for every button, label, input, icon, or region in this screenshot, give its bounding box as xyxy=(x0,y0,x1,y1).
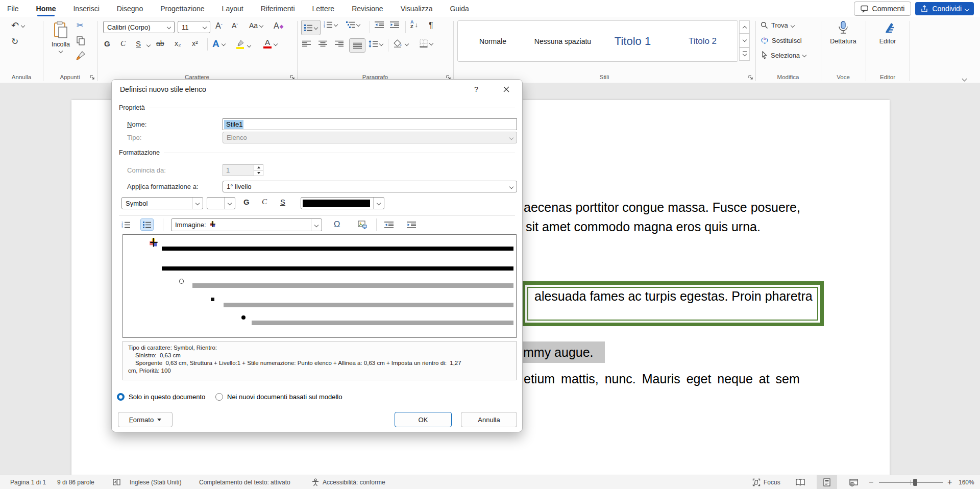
style-normale[interactable]: Normale xyxy=(458,37,528,45)
undo-chevron-icon[interactable] xyxy=(21,23,25,28)
zoom-slider-thumb[interactable] xyxy=(913,479,917,486)
share-chevron-icon[interactable] xyxy=(965,6,970,11)
tab-file[interactable]: File xyxy=(7,5,19,13)
web-layout-button[interactable] xyxy=(843,475,864,489)
shading-button[interactable] xyxy=(393,39,408,48)
line-spacing-button[interactable] xyxy=(369,40,383,47)
styles-scroll-up-button[interactable] xyxy=(739,20,750,34)
select-button[interactable]: Seleziona xyxy=(761,51,806,59)
replace-button[interactable]: bc Sostituisci xyxy=(761,36,802,44)
styles-more-button[interactable] xyxy=(739,47,750,61)
clear-formatting-button[interactable]: A◆ xyxy=(274,21,283,31)
sort-button[interactable]: AZ ↓ xyxy=(410,20,418,29)
shrink-font-button[interactable]: Aˇ xyxy=(232,21,238,30)
decrease-indent-button[interactable] xyxy=(375,21,384,28)
page-indicator[interactable]: Pagina 1 di 1 xyxy=(10,475,46,489)
dialog-underline-button[interactable]: S xyxy=(280,198,285,206)
font-color-button[interactable]: A xyxy=(263,38,277,48)
align-center-button[interactable] xyxy=(318,40,327,47)
copy-button[interactable] xyxy=(77,36,85,45)
font-name-combo[interactable]: Calibri (Corpo) xyxy=(103,21,175,33)
read-mode-button[interactable] xyxy=(790,475,811,489)
stili-dialog-launcher[interactable] xyxy=(748,75,753,80)
share-button[interactable]: Condividi xyxy=(915,2,974,15)
dialog-bold-button[interactable]: G xyxy=(243,198,250,206)
undo-button[interactable]: ↶ xyxy=(11,21,19,30)
grow-font-button[interactable]: Aˆ xyxy=(215,21,223,31)
document-text-line-2[interactable]: sit amet commodo magna eros quis urna. xyxy=(526,219,761,234)
style-titolo-2[interactable]: Titolo 2 xyxy=(668,36,738,46)
cancel-button[interactable]: Annulla xyxy=(461,412,517,427)
editor-button[interactable]: Editor xyxy=(875,21,900,45)
document-text-line-1[interactable]: aecenas porttitor congue massa. Fusce po… xyxy=(524,200,800,215)
picture-insert-button[interactable] xyxy=(356,218,369,231)
tab-revisione[interactable]: Revisione xyxy=(352,5,383,13)
dialog-close-button[interactable] xyxy=(501,84,512,95)
comments-button[interactable]: Commenti xyxy=(854,2,912,16)
new-documents-radio[interactable]: Nei nuovi documenti basati sul modello xyxy=(215,393,342,401)
justify-button[interactable] xyxy=(349,38,365,53)
bullet-font-combo[interactable]: Symbol xyxy=(121,197,203,209)
font-size-combo[interactable]: 11 xyxy=(178,21,210,33)
bullet-size-combo[interactable] xyxy=(207,197,235,209)
paste-chevron-icon[interactable] xyxy=(59,49,63,53)
strikethrough-button[interactable]: ab xyxy=(156,39,164,47)
tab-riferimenti[interactable]: Riferimenti xyxy=(261,5,295,13)
zoom-level[interactable]: 160% xyxy=(959,475,974,489)
style-titolo-1[interactable]: Titolo 1 xyxy=(598,35,668,48)
collapse-ribbon-chevron-icon[interactable] xyxy=(962,77,967,82)
italic-button[interactable]: C xyxy=(120,39,126,48)
align-left-button[interactable] xyxy=(302,40,311,47)
shaded-text[interactable]: mmy augue. xyxy=(522,345,594,360)
underline-button[interactable]: S xyxy=(136,39,141,48)
language-indicator[interactable]: Inglese (Stati Uniti) xyxy=(130,475,181,489)
accessibility-status[interactable]: Accessibilità: conforme xyxy=(323,475,385,489)
text-effects-button[interactable]: A xyxy=(212,38,225,50)
pilcrow-button[interactable]: ¶ xyxy=(429,21,433,30)
bullet-color-combo[interactable] xyxy=(301,197,384,209)
highlight-button[interactable] xyxy=(236,39,251,50)
numbering-button[interactable]: 123 xyxy=(324,21,337,28)
cut-button[interactable]: ✂ xyxy=(77,21,83,30)
apply-formatting-combo[interactable]: 1° livello xyxy=(223,181,517,192)
appunti-dialog-launcher[interactable] xyxy=(89,75,95,80)
dialog-help-button[interactable]: ? xyxy=(472,85,480,93)
spinner-down-button[interactable] xyxy=(254,170,263,176)
paste-button[interactable]: Incolla xyxy=(48,21,74,53)
dialog-bullets-button[interactable] xyxy=(140,218,154,231)
find-button[interactable]: Trova xyxy=(761,21,794,29)
document-text-line-3[interactable]: etium mattis, nunc. Mauris eget neque at… xyxy=(524,372,800,386)
subscript-button[interactable]: x₂ xyxy=(175,39,181,47)
green-box-text[interactable]: alesuada fames ac turpis egestas. Proin … xyxy=(534,289,813,304)
tab-lettere[interactable]: Lettere xyxy=(312,5,335,13)
name-input[interactable]: Stile1 xyxy=(223,118,517,130)
bullets-button[interactable] xyxy=(301,20,321,35)
tab-home[interactable]: Home xyxy=(36,5,56,13)
underline-chevron-icon[interactable] xyxy=(146,43,151,47)
dialog-italic-button[interactable]: C xyxy=(262,198,267,206)
tab-visualizza[interactable]: Visualizza xyxy=(401,5,433,13)
dialog-decrease-indent-button[interactable] xyxy=(382,218,396,231)
image-bullet-combo[interactable]: Immagine: xyxy=(171,218,322,231)
ok-button[interactable]: OK xyxy=(395,412,452,427)
redo-button[interactable]: ↻ xyxy=(11,37,18,46)
proofing-icon[interactable] xyxy=(112,475,121,489)
dialog-increase-indent-button[interactable] xyxy=(405,218,418,231)
dialog-numbering-button[interactable]: 123 xyxy=(119,218,132,231)
dictate-button[interactable]: Dettatura xyxy=(828,21,859,45)
borders-button[interactable] xyxy=(420,39,433,47)
align-right-button[interactable] xyxy=(335,40,344,47)
styles-scroll-down-button[interactable] xyxy=(739,34,750,47)
green-bordered-paragraph[interactable]: alesuada fames ac turpis egestas. Proin … xyxy=(522,281,824,326)
tab-progettazione[interactable]: Progettazione xyxy=(160,5,204,13)
increase-indent-button[interactable] xyxy=(390,21,399,28)
print-layout-button[interactable] xyxy=(817,475,837,489)
focus-toggle[interactable]: Focus xyxy=(752,475,780,489)
zoom-slider-track[interactable] xyxy=(879,482,943,483)
bold-button[interactable]: G xyxy=(104,39,110,48)
tab-inserisci[interactable]: Inserisci xyxy=(73,5,99,13)
superscript-button[interactable]: x² xyxy=(192,39,198,47)
tab-guida[interactable]: Guida xyxy=(450,5,469,13)
zoom-in-button[interactable]: + xyxy=(947,475,952,489)
zoom-out-button[interactable]: − xyxy=(869,475,873,489)
